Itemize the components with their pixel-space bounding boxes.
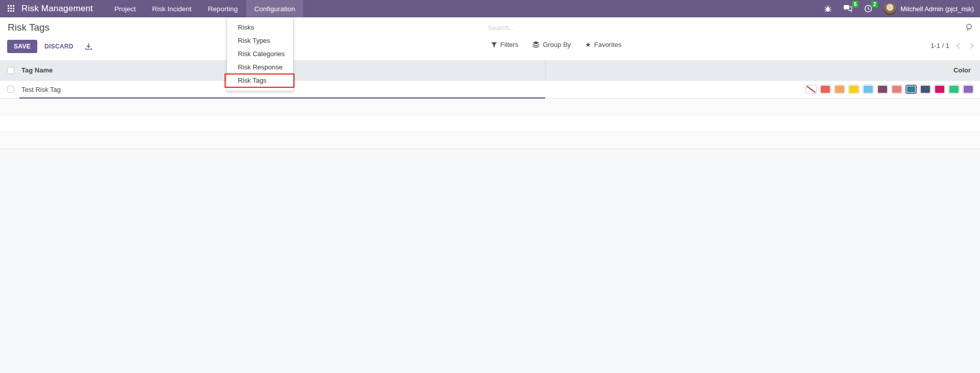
menu-item-risks[interactable]: Risks: [227, 21, 293, 34]
favorites-label: Favorites: [594, 41, 621, 48]
color-swatch-none[interactable]: [805, 85, 817, 94]
nav-item-configuration[interactable]: Configuration: [246, 0, 303, 17]
search-options: Filters Group By ★ Favorites: [491, 41, 621, 48]
pager-next-icon[interactable]: [968, 43, 973, 48]
color-swatch-light-blue[interactable]: [863, 85, 874, 94]
color-swatch-fuchsia[interactable]: [934, 85, 945, 94]
empty-row-stripe: [0, 132, 980, 149]
menu-item-risk-tags[interactable]: Risk Tags: [227, 74, 293, 87]
column-header-tag-name[interactable]: Tag Name: [21, 66, 53, 74]
filters-label: Filters: [500, 41, 518, 48]
top-navbar: Risk Management Project Risk Incident Re…: [0, 0, 980, 17]
pager-range: 1-1 / 1: [930, 42, 949, 49]
color-swatch-orange[interactable]: [834, 85, 845, 94]
edit-buttons: SAVE DISCARD: [7, 40, 92, 53]
layers-icon: [532, 41, 540, 48]
color-swatch-red[interactable]: [820, 85, 831, 94]
apps-grid-icon[interactable]: [8, 5, 15, 12]
bug-icon[interactable]: [824, 5, 832, 13]
color-picker: [805, 85, 974, 94]
activities-clock-icon[interactable]: 2: [864, 5, 872, 13]
color-swatch-teal-selected[interactable]: [905, 85, 917, 94]
favorites-button[interactable]: ★ Favorites: [585, 41, 621, 48]
app-title[interactable]: Risk Management: [21, 4, 93, 14]
menu-item-risk-response[interactable]: Risk Response: [227, 61, 293, 74]
empty-row-stripe: [0, 98, 980, 115]
nav-item-project[interactable]: Project: [106, 0, 144, 17]
color-swatch-dark-blue[interactable]: [920, 85, 931, 94]
color-swatch-salmon[interactable]: [891, 85, 902, 94]
group-by-button[interactable]: Group By: [532, 41, 571, 48]
star-icon: ★: [585, 41, 591, 48]
color-swatch-yellow[interactable]: [848, 85, 860, 94]
messages-count-badge: 5: [852, 1, 859, 8]
messages-icon[interactable]: 5: [843, 5, 853, 13]
page-title: Risk Tags: [8, 22, 50, 33]
magnifier-icon[interactable]: [965, 23, 973, 32]
user-menu[interactable]: Mitchell Admin (pjct_risk): [900, 5, 974, 13]
user-avatar[interactable]: [884, 3, 896, 15]
discard-button[interactable]: DISCARD: [38, 40, 80, 53]
pager: 1-1 / 1: [930, 42, 973, 49]
funnel-icon: [491, 42, 497, 48]
select-all-checkbox[interactable]: [7, 67, 14, 74]
search-input[interactable]: [488, 21, 960, 34]
list-header-row: Tag Name Color: [0, 60, 980, 81]
row-checkbox[interactable]: [7, 86, 14, 93]
color-swatch-dark-purple[interactable]: [877, 85, 888, 94]
control-panel: Risk Tags SAVE DISCARD Filters: [0, 17, 980, 60]
page-background: [0, 149, 980, 373]
menu-item-risk-categories[interactable]: Risk Categories: [227, 47, 293, 61]
column-divider: [545, 60, 546, 81]
download-icon[interactable]: [85, 43, 92, 51]
configuration-dropdown-menu: Risks Risk Types Risk Categories Risk Re…: [227, 17, 293, 91]
nav-item-reporting[interactable]: Reporting: [200, 0, 246, 17]
menu-item-risk-types[interactable]: Risk Types: [227, 34, 293, 47]
table-row: [0, 81, 980, 98]
activities-count-badge: 2: [871, 1, 878, 8]
filters-button[interactable]: Filters: [491, 41, 518, 48]
group-by-label: Group By: [543, 41, 571, 48]
nav-menu-bar: Project Risk Incident Reporting Configur…: [106, 0, 303, 17]
column-header-color[interactable]: Color: [953, 66, 971, 74]
color-swatch-purple[interactable]: [963, 85, 974, 94]
pager-previous-icon[interactable]: [956, 43, 962, 48]
systray: 5 2 Mitchell Admin (pjct_risk): [824, 0, 980, 17]
color-swatch-green[interactable]: [948, 85, 960, 94]
search-box: [488, 21, 975, 34]
empty-row-stripe: [0, 115, 980, 132]
nav-item-risk-incident[interactable]: Risk Incident: [144, 0, 200, 17]
save-button[interactable]: SAVE: [7, 40, 37, 53]
